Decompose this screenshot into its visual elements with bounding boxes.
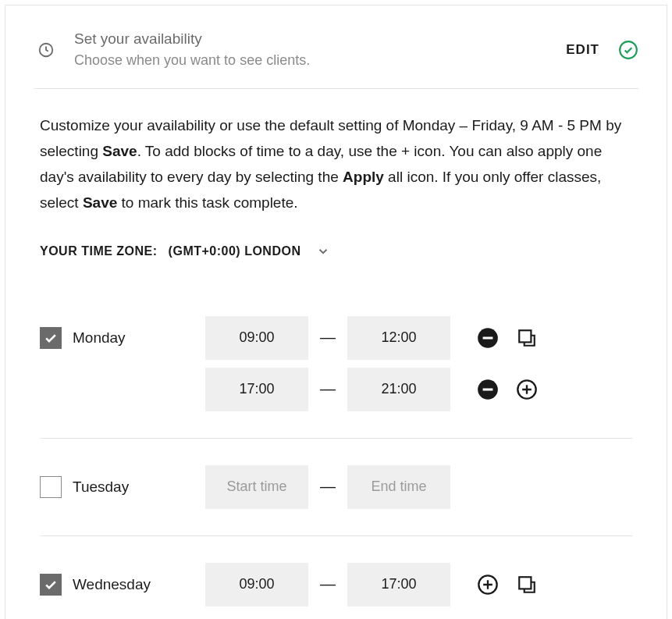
add-slot-button[interactable] bbox=[477, 574, 499, 596]
header-subtitle: Choose when you want to see clients. bbox=[74, 50, 566, 71]
svg-point-1 bbox=[620, 41, 637, 59]
apply-all-button[interactable] bbox=[516, 327, 538, 349]
dash: — bbox=[308, 575, 347, 593]
edit-button[interactable]: EDIT bbox=[566, 42, 599, 58]
dash: — bbox=[308, 478, 347, 496]
day-label-monday: Monday bbox=[73, 329, 205, 347]
end-time-input[interactable]: End time bbox=[347, 465, 450, 509]
apply-all-button[interactable] bbox=[516, 574, 538, 596]
start-time-input[interactable]: 09:00 bbox=[205, 563, 308, 607]
add-slot-button[interactable] bbox=[516, 379, 538, 400]
svg-rect-3 bbox=[483, 336, 493, 339]
day-label-wednesday: Wednesday bbox=[73, 576, 205, 593]
dash: — bbox=[308, 329, 347, 347]
dash: — bbox=[308, 380, 347, 398]
remove-slot-button[interactable] bbox=[477, 379, 499, 400]
day-block-tuesday: Tuesday Start time — End time bbox=[40, 439, 632, 536]
description-text: Customize your availability or use the d… bbox=[5, 89, 667, 216]
svg-rect-4 bbox=[519, 330, 531, 342]
day-block-wednesday: Wednesday 09:00 — 17:00 bbox=[40, 536, 632, 619]
desc-part: to mark this task complete. bbox=[117, 194, 297, 211]
checkbox-wednesday[interactable] bbox=[40, 574, 62, 596]
chevron-down-icon[interactable] bbox=[316, 244, 330, 258]
checkbox-monday[interactable] bbox=[40, 327, 62, 349]
timezone-value: (GMT+0:00) LONDON bbox=[169, 244, 301, 258]
end-time-input[interactable]: 21:00 bbox=[347, 368, 450, 411]
end-time-input[interactable]: 17:00 bbox=[347, 563, 450, 607]
desc-bold-save: Save bbox=[102, 143, 137, 159]
desc-bold-save2: Save bbox=[83, 194, 117, 211]
day-label-tuesday: Tuesday bbox=[73, 478, 205, 496]
complete-check-icon bbox=[618, 40, 638, 60]
start-time-input[interactable]: 09:00 bbox=[205, 316, 308, 360]
clock-icon bbox=[37, 41, 55, 59]
desc-bold-apply: Apply bbox=[343, 169, 384, 185]
start-time-input[interactable]: 17:00 bbox=[205, 368, 308, 411]
day-block-monday: Monday 09:00 — 12:00 bbox=[40, 290, 632, 439]
start-time-input[interactable]: Start time bbox=[205, 465, 308, 509]
header-title: Set your availability bbox=[74, 29, 566, 50]
timezone-label: YOUR TIME ZONE: bbox=[40, 244, 158, 258]
timezone-row: YOUR TIME ZONE: (GMT+0:00) LONDON bbox=[5, 216, 667, 274]
end-time-input[interactable]: 12:00 bbox=[347, 316, 450, 360]
svg-rect-6 bbox=[483, 388, 493, 390]
header-row: Set your availability Choose when you wa… bbox=[5, 5, 667, 88]
remove-slot-button[interactable] bbox=[477, 327, 499, 349]
checkbox-tuesday[interactable] bbox=[40, 476, 62, 498]
svg-rect-9 bbox=[519, 577, 531, 589]
